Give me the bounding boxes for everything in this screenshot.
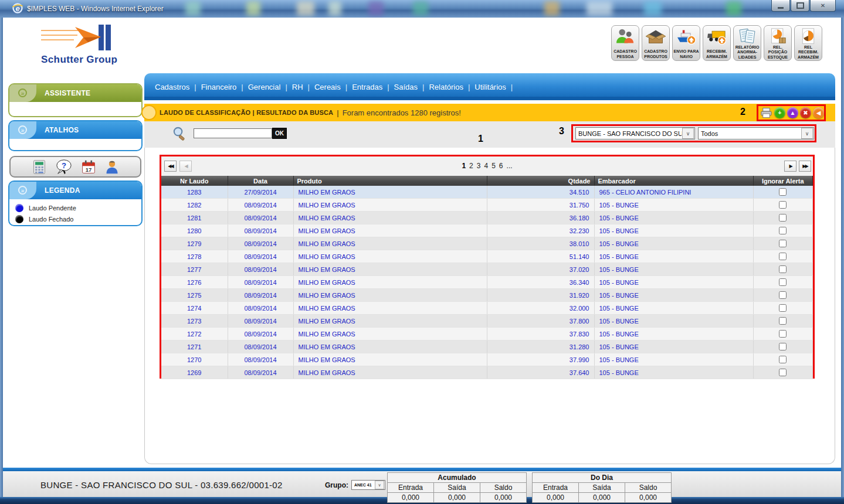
column-header[interactable]: Ignorar Alerta (753, 176, 813, 186)
page-link[interactable]: 1 (462, 162, 466, 170)
cell-data: 08/09/2014 (228, 340, 293, 353)
summary-title-row: Do Dia (533, 473, 672, 483)
menu-item-financeiro[interactable]: Financeiro (201, 83, 237, 91)
ignorar-alerta-checkbox[interactable] (779, 214, 787, 222)
ignorar-alerta-checkbox[interactable] (779, 265, 787, 273)
cell-nr-laudo[interactable]: 1279 (161, 237, 228, 250)
menu-item-utilitários[interactable]: Utilitários (474, 83, 506, 91)
ignorar-alerta-checkbox[interactable] (779, 253, 787, 260)
quick-icon-button[interactable]: REL RECEBIM. ARMAZÉM (794, 25, 822, 61)
close-button[interactable]: ✕ (810, 0, 836, 12)
cell-nr-laudo[interactable]: 1272 (161, 328, 228, 340)
calculator-icon[interactable] (32, 159, 47, 175)
legenda-header[interactable]: » LEGENDA (9, 182, 141, 199)
ignorar-alerta-checkbox[interactable] (779, 278, 787, 286)
ignorar-alerta-checkbox[interactable] (779, 291, 787, 299)
quick-icon-button[interactable]: CADASTRO PRODUTOS (642, 25, 670, 61)
cell-produto: MILHO EM GRAOS (293, 276, 487, 289)
cell-nr-laudo[interactable]: 1280 (161, 224, 228, 237)
cell-nr-laudo[interactable]: 1271 (161, 340, 228, 353)
printer-icon[interactable] (760, 107, 772, 119)
cell-nr-laudo[interactable]: 1277 (161, 263, 228, 276)
ignorar-alerta-checkbox[interactable] (779, 330, 787, 338)
ignorar-alerta-checkbox[interactable] (779, 343, 787, 350)
cell-data: 08/09/2014 (228, 302, 293, 315)
last-page-button[interactable]: ▶▶ (799, 161, 811, 172)
minimize-button[interactable] (771, 0, 790, 12)
add-icon[interactable]: + (774, 107, 785, 118)
ignorar-alerta-checkbox[interactable] (779, 369, 787, 376)
column-header[interactable]: Data (228, 176, 293, 186)
back-icon[interactable]: ◀ (813, 107, 824, 118)
menu-item-saídas[interactable]: Saídas (394, 83, 418, 91)
cell-embarcador: 105 - BUNGE (594, 315, 753, 328)
dodia-summary: Do DiaEntradaSaídaSaldo0,0000,0000,000 (532, 472, 672, 503)
search-input[interactable] (194, 128, 272, 138)
page-link[interactable]: 4 (484, 162, 488, 170)
cell-nr-laudo[interactable]: 1283 (161, 186, 228, 199)
cell-nr-laudo[interactable]: 1281 (161, 212, 228, 224)
ignorar-alerta-checkbox[interactable] (779, 356, 787, 363)
search-icon[interactable] (172, 126, 187, 142)
cell-nr-laudo[interactable]: 1274 (161, 302, 228, 315)
cell-nr-laudo[interactable]: 1276 (161, 276, 228, 289)
column-header[interactable]: Embarcador (594, 176, 753, 186)
page-link[interactable]: 6 (499, 162, 503, 170)
ignorar-alerta-checkbox[interactable] (779, 227, 787, 234)
quick-icon-button[interactable]: RECEBIM. ARMAZÉM (703, 25, 731, 61)
ignorar-alerta-checkbox[interactable] (779, 201, 787, 209)
tipo-select[interactable]: Todos ∨ (698, 127, 814, 139)
cell-data: 08/09/2014 (228, 250, 293, 263)
table-row: 128208/09/2014MILHO EM GRAOS31.750105 - … (161, 199, 813, 212)
ignorar-alerta-checkbox[interactable] (779, 188, 787, 196)
cell-nr-laudo[interactable]: 1270 (161, 353, 228, 366)
column-header[interactable]: Produto (293, 176, 487, 186)
annotation-number-1: 1 (478, 134, 483, 144)
cell-produto: MILHO EM GRAOS (293, 315, 487, 328)
menu-item-gerencial[interactable]: Gerencial (248, 83, 281, 91)
column-header[interactable]: Nr Laudo (161, 176, 228, 186)
quick-icon-button[interactable]: ENVIO PARA NAVIO (672, 25, 700, 61)
menu-item-rh[interactable]: RH (292, 83, 303, 91)
embarcador-select[interactable]: BUNGE - SAO FRANCISCO DO SUL ∨ (575, 127, 695, 139)
cell-nr-laudo[interactable]: 1278 (161, 250, 228, 263)
menu-item-relatórios[interactable]: Relatórios (429, 83, 463, 91)
ignorar-alerta-checkbox[interactable] (779, 317, 787, 325)
menu-separator: | (194, 83, 196, 91)
page-link[interactable]: 3 (477, 162, 481, 170)
cell-ignorar-alerta (753, 328, 813, 340)
titlebar[interactable]: e $IMPLES WEB - Windows Internet Explore… (0, 0, 844, 18)
next-page-button[interactable]: ▶ (784, 161, 796, 172)
menu-item-entradas[interactable]: Entradas (352, 83, 382, 91)
quick-icon-button[interactable]: CADASTRO PESSOA (611, 25, 639, 61)
schutter-group-logo[interactable]: Schutter Group (39, 23, 138, 68)
search-ok-button[interactable]: OK (272, 128, 287, 139)
ignorar-alerta-checkbox[interactable] (779, 240, 787, 247)
assistente-header[interactable]: » ASSISTENTE (9, 84, 141, 102)
help-icon[interactable]: ? (55, 159, 73, 175)
calendar-icon[interactable]: 17 (81, 159, 96, 175)
summary-header: Saldo (625, 483, 672, 493)
quick-icon-button[interactable]: RELATÓRIO ANORMA-LIDADES (733, 25, 761, 61)
quick-icon-button[interactable]: REL. POSIÇÃO ESTOQUE (764, 25, 792, 61)
maximize-button[interactable] (791, 0, 809, 12)
cell-nr-laudo[interactable]: 1275 (161, 289, 228, 302)
schutter-logo-icon (39, 23, 133, 53)
cell-nr-laudo[interactable]: 1282 (161, 199, 228, 212)
cell-nr-laudo[interactable]: 1269 (161, 366, 228, 379)
cell-produto: MILHO EM GRAOS (293, 186, 487, 199)
grupo-select[interactable]: ANEC 41 ∨ (351, 480, 385, 490)
atalhos-header[interactable]: » ATALHOS (9, 121, 141, 139)
person-icon[interactable] (104, 159, 120, 175)
page-link[interactable]: ... (507, 162, 513, 170)
ignorar-alerta-checkbox[interactable] (779, 304, 787, 312)
cell-nr-laudo[interactable]: 1273 (161, 315, 228, 328)
up-arrow-icon[interactable]: ▲ (787, 107, 798, 118)
menu-item-cereais[interactable]: Cereais (314, 83, 341, 91)
assistente-panel: » ASSISTENTE (8, 83, 143, 117)
menu-item-cadastros[interactable]: Cadastros (155, 83, 189, 91)
page-link[interactable]: 2 (469, 162, 473, 170)
column-header[interactable]: Qtdade (487, 176, 594, 186)
page-link[interactable]: 5 (492, 162, 496, 170)
delete-icon[interactable]: ✖ (800, 107, 811, 118)
